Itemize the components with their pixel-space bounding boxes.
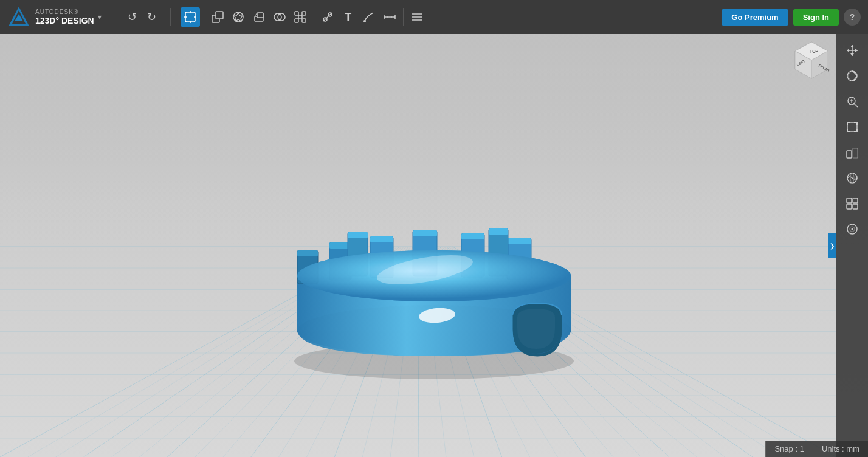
combine-button[interactable] bbox=[270, 7, 289, 27]
collapse-panel-tab[interactable]: ❯ bbox=[828, 233, 836, 258]
toolbar-right: Go Premium Sign In ? bbox=[722, 9, 868, 26]
svg-rect-49 bbox=[461, 233, 484, 239]
view-cube-svg: TOP FRONT LEFT bbox=[790, 39, 833, 81]
material-button[interactable] bbox=[841, 218, 864, 241]
extrude-button[interactable] bbox=[249, 7, 269, 27]
layers-button[interactable] bbox=[407, 7, 427, 27]
3d-object-svg bbox=[252, 136, 616, 391]
svg-rect-92 bbox=[847, 198, 852, 203]
svg-rect-94 bbox=[847, 204, 852, 209]
pattern-icon bbox=[294, 10, 307, 24]
right-side-panel bbox=[836, 34, 868, 457]
svg-rect-93 bbox=[853, 198, 858, 203]
svg-rect-43 bbox=[413, 230, 437, 236]
modify-icon bbox=[321, 10, 334, 24]
sketch-button[interactable] bbox=[359, 7, 379, 27]
svg-rect-13 bbox=[257, 13, 263, 18]
zoom-icon bbox=[846, 95, 859, 108]
svg-point-25 bbox=[363, 20, 366, 22]
logo-dropdown-icon[interactable]: ▾ bbox=[98, 13, 102, 21]
orbit-icon bbox=[846, 69, 859, 83]
sketch-icon bbox=[362, 10, 376, 24]
status-bar: Snap : 1 Units : mm bbox=[765, 441, 868, 457]
grid-settings-button[interactable] bbox=[841, 192, 864, 215]
smart-shapes-button[interactable] bbox=[229, 7, 248, 27]
modify-button[interactable] bbox=[318, 7, 337, 27]
fit-view-button[interactable] bbox=[841, 115, 864, 139]
autodesk-label: AUTODESK® bbox=[35, 9, 94, 16]
primitive-shapes-button[interactable] bbox=[208, 7, 227, 27]
svg-rect-18 bbox=[295, 12, 298, 15]
tool-divider-1 bbox=[204, 8, 204, 26]
measure-icon bbox=[383, 10, 396, 24]
svg-rect-79 bbox=[847, 122, 857, 132]
svg-rect-57 bbox=[489, 228, 508, 235]
svg-rect-88 bbox=[847, 151, 852, 158]
svg-rect-95 bbox=[853, 204, 858, 209]
svg-rect-89 bbox=[853, 148, 858, 158]
help-button[interactable]: ? bbox=[844, 9, 861, 26]
toolbar-divider-2 bbox=[170, 8, 171, 26]
orbit-button[interactable] bbox=[841, 64, 864, 88]
material-icon bbox=[846, 222, 859, 236]
svg-rect-19 bbox=[302, 12, 306, 15]
pattern-button[interactable] bbox=[291, 7, 310, 27]
perspective-view-button[interactable] bbox=[841, 141, 864, 164]
3d-object-area bbox=[252, 136, 616, 379]
svg-marker-70 bbox=[850, 45, 854, 47]
redo-button[interactable]: ↻ bbox=[143, 9, 160, 26]
undo-button[interactable]: ↺ bbox=[124, 9, 141, 26]
svg-rect-45 bbox=[370, 236, 393, 242]
layers-icon bbox=[410, 10, 424, 24]
go-premium-button[interactable]: Go Premium bbox=[722, 9, 788, 26]
svg-line-76 bbox=[855, 104, 858, 108]
pan-icon bbox=[846, 44, 859, 57]
smart-icon bbox=[232, 10, 245, 24]
svg-rect-3 bbox=[185, 12, 195, 22]
svg-marker-73 bbox=[855, 49, 858, 52]
autodesk-logo-icon bbox=[7, 5, 30, 29]
zoom-button[interactable] bbox=[841, 90, 864, 113]
display-icon bbox=[846, 171, 859, 185]
fit-icon bbox=[846, 120, 859, 134]
perspective-icon bbox=[846, 146, 859, 159]
display-mode-button[interactable] bbox=[841, 167, 864, 190]
primitive-icon bbox=[211, 10, 224, 24]
transform-tool-button[interactable] bbox=[181, 7, 200, 27]
svg-point-74 bbox=[847, 71, 857, 81]
pan-button[interactable] bbox=[841, 39, 864, 62]
combine-icon bbox=[273, 10, 286, 24]
measure-button[interactable] bbox=[380, 7, 399, 27]
3d-viewport[interactable]: TOP FRONT LEFT bbox=[0, 34, 868, 457]
snap-status[interactable]: Snap : 1 bbox=[765, 441, 812, 457]
tool-divider-2 bbox=[314, 8, 314, 26]
svg-marker-72 bbox=[847, 49, 849, 52]
text-button[interactable]: T bbox=[339, 7, 358, 27]
text-icon: T bbox=[345, 11, 351, 24]
sign-in-button[interactable]: Sign In bbox=[793, 9, 839, 26]
svg-marker-71 bbox=[850, 53, 854, 56]
view-cube[interactable]: TOP FRONT LEFT bbox=[790, 39, 833, 81]
svg-rect-21 bbox=[302, 19, 306, 22]
svg-rect-51 bbox=[507, 238, 531, 244]
toolbar-divider-1 bbox=[114, 8, 114, 26]
logo-area: AUTODESK® 123D° DESIGN ▾ bbox=[0, 5, 109, 29]
svg-rect-53 bbox=[297, 250, 318, 256]
grid-icon bbox=[846, 197, 859, 210]
svg-rect-20 bbox=[295, 19, 298, 22]
svg-rect-55 bbox=[348, 232, 368, 238]
units-status[interactable]: Units : mm bbox=[813, 441, 868, 457]
svg-rect-22 bbox=[298, 15, 302, 19]
transform-icon bbox=[184, 10, 197, 24]
extrude-icon bbox=[252, 10, 266, 24]
svg-marker-11 bbox=[234, 13, 243, 21]
main-toolbar: AUTODESK® 123D° DESIGN ▾ ↺ ↻ bbox=[0, 0, 868, 34]
svg-point-98 bbox=[852, 228, 853, 230]
tool-divider-3 bbox=[403, 8, 404, 26]
svg-text:TOP: TOP bbox=[810, 49, 819, 53]
undo-redo-group: ↺ ↻ bbox=[119, 9, 165, 26]
svg-rect-9 bbox=[216, 12, 223, 19]
collapse-icon: ❯ bbox=[830, 242, 835, 249]
app-name-label: 123D° DESIGN bbox=[35, 16, 94, 26]
logo-text: AUTODESK® 123D° DESIGN bbox=[35, 9, 94, 26]
